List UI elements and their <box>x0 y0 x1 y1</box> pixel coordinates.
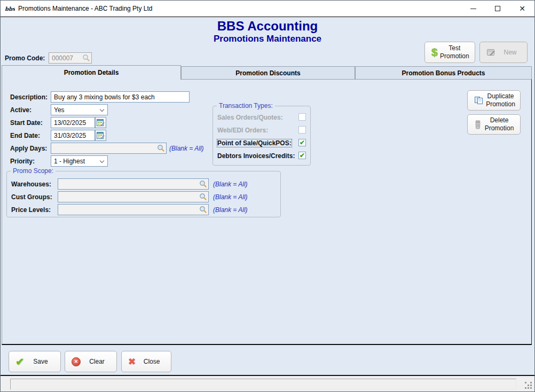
test-promotion-button[interactable]: $ Test Promotion <box>424 42 475 63</box>
delete-promotion-button[interactable]: Delete Promotion <box>467 114 521 135</box>
transaction-types-group: Transaction Types: Sales Orders/Quotes: … <box>213 106 311 166</box>
transaction-types-legend: Transaction Types: <box>217 102 275 109</box>
clear-icon: ✕ <box>72 357 81 366</box>
cust-groups-input[interactable] <box>58 191 209 202</box>
tab-promotion-bonus-products[interactable]: Promotion Bonus Products <box>355 66 532 79</box>
search-icon <box>82 54 90 62</box>
title-bar: bbs Promotions Maintenance - ABC Trading… <box>1 1 534 17</box>
sales-orders-checkbox <box>298 113 306 121</box>
web-edi-orders-checkbox <box>298 126 306 134</box>
calendar-icon <box>97 119 105 127</box>
test-promotion-label: Test Promotion <box>438 44 475 60</box>
check-icon: ✔ <box>300 139 305 146</box>
active-dropdown[interactable]: Yes <box>51 104 108 115</box>
save-label: Save <box>24 358 60 366</box>
new-record-icon <box>486 48 497 57</box>
point-of-sale-checkbox[interactable]: ✔ <box>298 139 306 146</box>
dollar-icon: $ <box>431 46 438 59</box>
tab-promotion-details[interactable]: Promotion Details <box>2 65 181 80</box>
resize-grip[interactable] <box>525 382 532 389</box>
svg-text:bbs: bbs <box>5 6 15 12</box>
calendar-icon <box>97 131 105 139</box>
price-levels-label: Price Levels: <box>11 206 51 214</box>
delete-promotion-label: Delete Promotion <box>482 116 520 132</box>
save-check-icon: ✔ <box>15 356 24 368</box>
description-label: Description: <box>10 93 48 101</box>
start-date-label: Start Date: <box>10 119 43 127</box>
tab-promotion-discounts[interactable]: Promotion Discounts <box>181 66 355 79</box>
cust-groups-hint: (Blank = All) <box>213 193 248 201</box>
web-edi-orders-label: Web/EDI Orders: <box>217 127 268 134</box>
sales-orders-label: Sales Orders/Quotes: <box>217 114 283 121</box>
close-icon: ✕ <box>519 4 525 13</box>
search-icon[interactable] <box>199 206 207 214</box>
minimize-button[interactable] <box>461 1 485 17</box>
app-icon: bbs <box>4 3 15 14</box>
window-title: Promotions Maintenance - ABC Trading Pty… <box>18 5 152 12</box>
maximize-icon <box>495 6 500 11</box>
cust-groups-label: Cust Groups: <box>11 193 52 201</box>
apply-days-hint: (Blank = All) <box>169 145 204 152</box>
close-window-button[interactable]: ✕ <box>510 1 534 17</box>
new-label: New <box>497 49 527 57</box>
debtors-invoices-label: Debtors Invoices/Credits: <box>217 152 295 160</box>
trash-icon <box>474 120 482 129</box>
status-bar <box>1 375 534 391</box>
apply-days-label: Apply Days: <box>10 145 47 152</box>
promotions-maintenance-window: bbs Promotions Maintenance - ABC Trading… <box>0 0 535 392</box>
status-message <box>10 379 516 390</box>
duplicate-icon <box>474 96 484 105</box>
price-levels-hint: (Blank = All) <box>213 206 248 214</box>
active-label: Active: <box>10 106 32 114</box>
promo-scope-group: Promo Scope: Warehouses: (Blank = All) C… <box>6 171 281 217</box>
minimize-icon <box>470 9 476 9</box>
duplicate-promotion-button[interactable]: Duplicate Promotion <box>467 90 521 111</box>
point-of-sale-label: Point of Sale/QuickPOS: <box>217 139 292 147</box>
chevron-down-icon <box>100 107 104 112</box>
save-button[interactable]: ✔ Save <box>9 351 61 372</box>
start-date-input[interactable]: 13/02/2025 <box>51 117 95 128</box>
search-icon[interactable] <box>199 193 207 201</box>
debtors-invoices-checkbox[interactable]: ✔ <box>298 152 306 159</box>
close-x-icon: ✖ <box>128 356 136 367</box>
promo-code-input: 000007 <box>49 52 92 64</box>
end-date-input[interactable]: 31/03/2025 <box>51 130 95 141</box>
priority-dropdown[interactable]: 1 - Highest <box>51 155 108 167</box>
apply-days-input[interactable] <box>51 143 167 154</box>
close-button[interactable]: ✖ Close <box>121 351 171 372</box>
promo-scope-legend: Promo Scope: <box>11 167 56 175</box>
promotion-details-panel: Description: Buy any 3 mixing bowls for … <box>2 79 532 345</box>
end-date-calendar-button[interactable] <box>95 130 106 141</box>
search-icon[interactable] <box>199 180 207 188</box>
end-date-label: End Date: <box>10 132 40 139</box>
description-input[interactable]: Buy any 3 mixing bowls for $3 each <box>51 91 190 103</box>
new-button: New <box>479 42 528 63</box>
chevron-down-icon <box>100 159 104 163</box>
clear-button[interactable]: ✕ Clear <box>65 351 117 372</box>
search-icon[interactable] <box>157 144 165 152</box>
warehouses-hint: (Blank = All) <box>213 181 248 188</box>
price-levels-input[interactable] <box>58 204 209 215</box>
maximize-button[interactable] <box>485 1 510 17</box>
duplicate-promotion-label: Duplicate Promotion <box>484 92 520 108</box>
warehouses-input[interactable] <box>58 178 209 190</box>
warehouses-label: Warehouses: <box>11 181 51 188</box>
priority-label: Priority: <box>10 158 35 165</box>
clear-label: Clear <box>81 358 116 366</box>
check-icon: ✔ <box>300 152 305 159</box>
promo-code-label: Promo Code: <box>5 54 45 62</box>
close-label: Close <box>136 358 171 366</box>
app-title: BBS Accounting <box>1 19 534 34</box>
start-date-calendar-button[interactable] <box>95 117 106 128</box>
